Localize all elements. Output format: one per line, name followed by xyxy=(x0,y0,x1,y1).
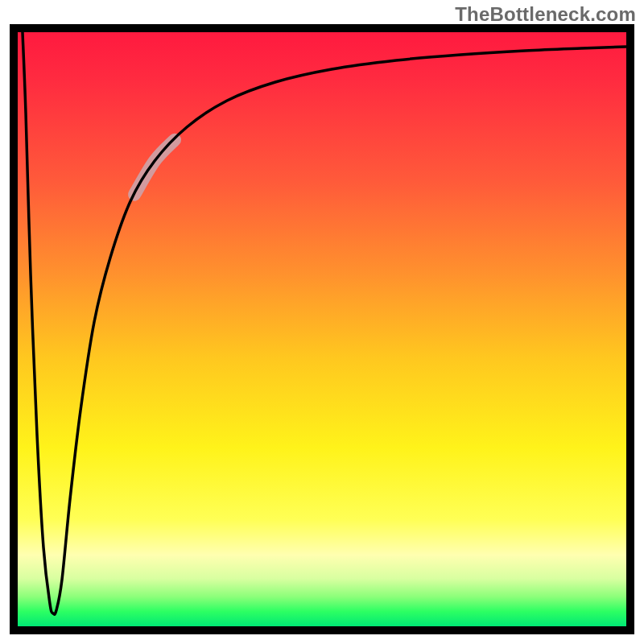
bottleneck-curve xyxy=(23,33,626,615)
plot-area xyxy=(18,32,626,626)
region-marker xyxy=(134,140,175,195)
curve-svg xyxy=(18,32,626,626)
attribution-watermark: TheBottleneck.com xyxy=(455,3,636,26)
chart-stage: TheBottleneck.com xyxy=(0,0,644,644)
plot-frame xyxy=(10,24,634,634)
